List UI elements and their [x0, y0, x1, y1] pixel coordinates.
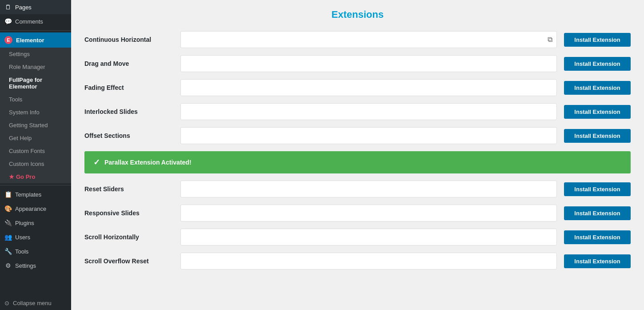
sidebar-label-plugins: Plugins [15, 220, 34, 226]
sidebar-item-comments[interactable]: 💬 Comments [0, 14, 71, 28]
extension-input-wrapper: ⧉ [180, 31, 557, 48]
extension-row-interlocked: Interlocked Slides Install Extension [84, 103, 631, 120]
extension-input-wrapper [180, 229, 557, 246]
sidebar-label-appearance: Appearance [15, 205, 46, 212]
install-btn-reset[interactable]: Install Extension [564, 182, 631, 196]
sidebar-item-settings[interactable]: ⚙ Settings [0, 258, 71, 273]
extension-label: Drag and Move [84, 60, 173, 67]
install-btn-interlocked[interactable]: Install Extension [564, 105, 631, 119]
extension-input-wrapper [180, 181, 557, 197]
extension-label: Fading Effect [84, 84, 173, 91]
extension-input-interlocked[interactable] [180, 103, 557, 120]
main-content: Extensions Continuous Horizontal ⧉ Insta… [71, 0, 644, 310]
extension-row-fading: Fading Effect Install Extension [84, 79, 631, 96]
star-icon: ★ [9, 173, 14, 180]
divider2 [0, 185, 71, 185]
sidebar-item-plugins[interactable]: 🔌 Plugins [0, 216, 71, 230]
templates-icon: 📋 [4, 191, 12, 198]
submenu-system-info[interactable]: System Info [0, 106, 71, 119]
install-btn-offset[interactable]: Install Extension [564, 129, 631, 143]
install-btn-scroll-overflow[interactable]: Install Extension [564, 254, 631, 268]
extension-label: Reset Sliders [84, 185, 173, 193]
sidebar-label-settings: Settings [15, 262, 36, 269]
sidebar-label-templates: Templates [15, 191, 41, 198]
extension-row-scroll-h: Scroll Horizontally Install Extension [84, 229, 631, 246]
submenu-get-help[interactable]: Get Help [0, 132, 71, 145]
pages-icon: 🗒 [4, 4, 12, 11]
comments-icon: 💬 [4, 18, 12, 25]
elementor-submenu: Settings Role Manager FullPage for Eleme… [0, 48, 71, 183]
extension-row-drag-move: Drag and Move Install Extension [84, 55, 631, 72]
sidebar-label-users: Users [15, 234, 30, 241]
collapse-icon: ⊙ [4, 300, 9, 306]
sidebar-item-templates[interactable]: 📋 Templates [0, 187, 71, 201]
install-btn-fading[interactable]: Install Extension [564, 81, 631, 95]
divider [0, 30, 71, 31]
submenu-gopro[interactable]: ★Go Pro [0, 170, 71, 183]
extension-input-scroll-h[interactable] [180, 229, 557, 246]
extension-label: Offset Sections [84, 132, 173, 139]
extension-input-offset[interactable] [180, 127, 557, 144]
extension-input-continuous[interactable] [180, 31, 557, 48]
copy-icon: ⧉ [548, 36, 552, 44]
submenu-custom-icons[interactable]: Custom Icons [0, 157, 71, 170]
users-icon: 👥 [4, 234, 12, 241]
collapse-label: Collapse menu [13, 300, 52, 306]
page-title: Extensions [84, 9, 631, 20]
extension-input-wrapper [180, 205, 557, 221]
submenu-fullpage[interactable]: FullPage for Elementor [0, 73, 71, 93]
appearance-icon: 🎨 [4, 205, 12, 212]
extension-input-wrapper [180, 79, 557, 96]
extension-row-responsive: Responsive Slides Install Extension [84, 205, 631, 221]
extension-input-reset[interactable] [180, 181, 557, 197]
extension-label: Scroll Horizontally [84, 234, 173, 241]
extension-input-wrapper [180, 103, 557, 120]
sidebar-item-label: Pages [15, 4, 32, 11]
extension-row-reset: Reset Sliders Install Extension [84, 181, 631, 197]
install-btn-scroll-h[interactable]: Install Extension [564, 230, 631, 244]
extension-row-continuous-horizontal: Continuous Horizontal ⧉ Install Extensio… [84, 31, 631, 48]
extension-row-scroll-overflow: Scroll Overflow Reset Install Extension [84, 253, 631, 270]
sidebar-label-tools: Tools [15, 248, 28, 255]
extension-input-drag[interactable] [180, 55, 557, 72]
install-btn-responsive[interactable]: Install Extension [564, 206, 631, 220]
extension-label: Interlocked Slides [84, 108, 173, 115]
settings-icon: ⚙ [4, 262, 12, 269]
extension-row-offset: Offset Sections Install Extension [84, 127, 631, 144]
collapse-menu[interactable]: ⊙ Collapse menu [0, 296, 71, 310]
submenu-getting-started[interactable]: Getting Started [0, 119, 71, 132]
extension-input-responsive[interactable] [180, 205, 557, 221]
extension-label: Responsive Slides [84, 209, 173, 217]
submenu-tools[interactable]: Tools [0, 93, 71, 106]
activated-banner: ✓ Parallax Extension Activated! [84, 151, 631, 173]
sidebar-item-users[interactable]: 👥 Users [0, 230, 71, 244]
extension-label: Continuous Horizontal [84, 36, 173, 43]
sidebar-item-pages[interactable]: 🗒 Pages [0, 0, 71, 14]
extension-input-wrapper [180, 127, 557, 144]
submenu-settings[interactable]: Settings [0, 48, 71, 60]
extension-input-wrapper [180, 55, 557, 72]
sidebar: 🗒 Pages 💬 Comments E Elementor Settings … [0, 0, 71, 310]
extension-input-scroll-overflow[interactable] [180, 253, 557, 270]
extension-label: Scroll Overflow Reset [84, 258, 173, 265]
submenu-custom-fonts[interactable]: Custom Fonts [0, 145, 71, 157]
sidebar-item-elementor[interactable]: E Elementor [0, 32, 71, 48]
sidebar-item-appearance[interactable]: 🎨 Appearance [0, 201, 71, 216]
install-btn-continuous[interactable]: Install Extension [564, 33, 631, 47]
extension-input-fading[interactable] [180, 79, 557, 96]
install-btn-drag[interactable]: Install Extension [564, 57, 631, 71]
checkmark-icon: ✓ [93, 157, 100, 167]
elementor-label: Elementor [16, 37, 44, 44]
submenu-role-manager[interactable]: Role Manager [0, 60, 71, 73]
elementor-icon: E [4, 36, 12, 44]
sidebar-item-tools[interactable]: 🔧 Tools [0, 244, 71, 258]
extension-input-wrapper [180, 253, 557, 270]
sidebar-item-label: Comments [15, 18, 43, 25]
tools-icon: 🔧 [4, 248, 12, 255]
activated-message: Parallax Extension Activated! [104, 159, 192, 166]
plugins-icon: 🔌 [4, 219, 12, 226]
